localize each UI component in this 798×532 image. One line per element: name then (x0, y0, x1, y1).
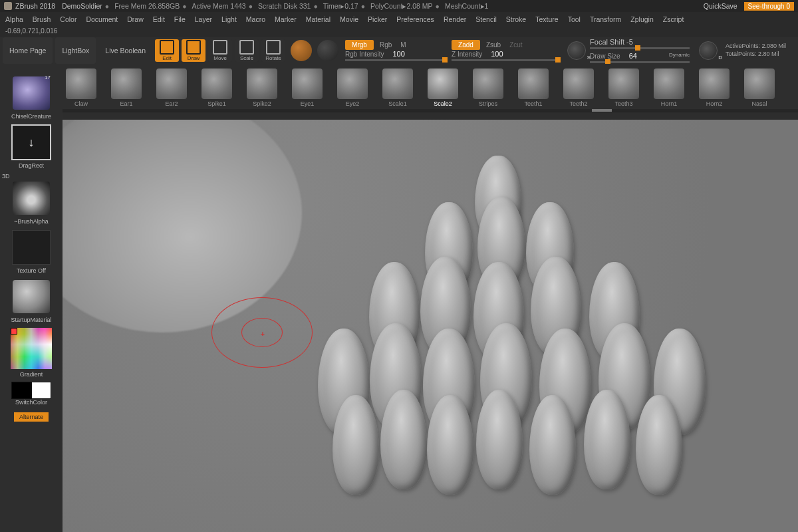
menu-movie[interactable]: Movie (340, 15, 358, 23)
brush-item-label: Spike2 (243, 100, 281, 107)
menu-layer[interactable]: Layer (195, 15, 212, 23)
menu-zplugin[interactable]: Zplugin (630, 15, 653, 23)
move-mode-button[interactable]: Move (208, 39, 232, 62)
scale-bump (636, 395, 682, 495)
brush-item-horn2[interactable]: Horn2 (696, 68, 733, 107)
gradient-label[interactable]: Gradient (0, 371, 63, 378)
brush-item-nasal[interactable]: Nasal (741, 68, 778, 107)
brush-item-spike2[interactable]: Spike2 (243, 68, 281, 107)
brush-scrollbar[interactable] (63, 109, 798, 112)
brush-item-label: Horn2 (696, 100, 733, 107)
menu-document[interactable]: Document (86, 15, 118, 23)
brush-thumb-icon (563, 68, 594, 99)
live-boolean-button[interactable]: Live Boolean (98, 37, 152, 64)
alpha-preview-icon[interactable] (317, 40, 338, 61)
mrgb-button[interactable]: Mrgb (345, 40, 374, 50)
scale-icon (239, 40, 254, 55)
menu-draw[interactable]: Draw (127, 15, 144, 23)
swatch-primary[interactable] (31, 382, 51, 399)
rgb-button[interactable]: Rgb (380, 41, 392, 49)
focal-shift-slider[interactable] (590, 47, 690, 49)
stroke-slot[interactable]: ↓ (11, 124, 52, 161)
brush-thumb-icon (201, 68, 232, 99)
rgb-intensity-value: 100 (392, 50, 404, 58)
draw-mode-button[interactable]: Draw (182, 39, 205, 62)
menu-light[interactable]: Light (221, 15, 237, 23)
dynamic-toggle[interactable]: Dynamic (669, 52, 690, 58)
scale-mode-button[interactable]: Scale (235, 39, 259, 62)
menu-transform[interactable]: Transform (590, 15, 621, 23)
app-name: ZBrush 2018 (15, 2, 55, 10)
brush-item-label: Horn1 (650, 100, 688, 107)
menu-brush[interactable]: Brush (33, 15, 51, 23)
s-dial[interactable]: S (567, 41, 586, 60)
edit-mode-button[interactable]: Edit (155, 39, 179, 62)
brush-item-ear2[interactable]: Ear2 (153, 68, 190, 107)
brush-item-scale2[interactable]: Scale2 (424, 68, 462, 107)
switchcolor-button[interactable]: SwitchColor (0, 399, 63, 406)
edit-label: Edit (162, 55, 172, 61)
alpha-slot-label: ~BrushAlpha (0, 218, 63, 225)
home-page-button[interactable]: Home Page (3, 37, 53, 64)
d-dial[interactable]: D (699, 41, 718, 60)
top-toolbar: Home Page LightBox Live Boolean Edit Dra… (0, 37, 798, 64)
menu-file[interactable]: File (174, 15, 186, 23)
swatch-secondary[interactable] (11, 382, 31, 399)
texture-slot[interactable] (11, 229, 52, 266)
alpha-slot[interactable] (11, 180, 52, 217)
brush-item-ear1[interactable]: Ear1 (108, 68, 145, 107)
alternate-button[interactable]: Alternate (14, 412, 49, 422)
menu-zscript[interactable]: Zscript (663, 15, 684, 23)
coord-readout: -0.69,0.721,0.016 (0, 27, 798, 37)
menu-alpha[interactable]: Alpha (5, 15, 23, 23)
brush-item-stripes[interactable]: Stripes (469, 68, 507, 107)
edit-icon (160, 40, 174, 55)
brush-item-label: Scale1 (379, 100, 416, 107)
lightbox-button[interactable]: LightBox (55, 37, 96, 64)
color-picker[interactable] (11, 327, 52, 370)
menu-stencil[interactable]: Stencil (475, 15, 497, 23)
rgb-intensity-slider[interactable] (345, 59, 445, 61)
zsub-button[interactable]: Zsub (486, 41, 501, 49)
material-slot[interactable] (11, 278, 52, 315)
brush-item-label: Teeth2 (560, 100, 597, 107)
draw-size-slider[interactable] (590, 61, 690, 63)
move-label: Move (213, 55, 227, 61)
scale-bump (476, 390, 523, 489)
menu-picker[interactable]: Picker (368, 15, 387, 23)
scale-bump (380, 390, 427, 489)
brush-item-horn1[interactable]: Horn1 (650, 68, 688, 107)
brush-item-teeth3[interactable]: Teeth3 (605, 68, 642, 107)
menu-material[interactable]: Material (306, 15, 331, 23)
menu-stroke[interactable]: Stroke (506, 15, 526, 23)
brush-item-spike1[interactable]: Spike1 (198, 68, 235, 107)
menu-edit[interactable]: Edit (153, 15, 165, 23)
brush-item-eye2[interactable]: Eye2 (334, 68, 371, 107)
zadd-button[interactable]: Zadd (452, 40, 480, 50)
see-through-slider[interactable]: See-through 0 (744, 2, 794, 11)
viewport[interactable]: + (63, 120, 798, 532)
menu-macro[interactable]: Macro (246, 15, 265, 23)
quicksave-button[interactable]: QuickSave (704, 2, 737, 10)
menu-preferences[interactable]: Preferences (396, 15, 434, 23)
brush-item-eye1[interactable]: Eye1 (289, 68, 326, 107)
brush-item-teeth2[interactable]: Teeth2 (560, 68, 597, 107)
brush-item-label: Stripes (469, 100, 507, 107)
brush-slot[interactable]: 17 (11, 74, 52, 112)
menu-marker[interactable]: Marker (275, 15, 297, 23)
m-button[interactable]: M (400, 41, 406, 49)
menu-texture[interactable]: Texture (535, 15, 558, 23)
brush-item-scale1[interactable]: Scale1 (379, 68, 416, 107)
brush-item-claw[interactable]: Claw (63, 68, 100, 107)
z-intensity-slider[interactable] (452, 59, 558, 61)
zcut-button[interactable]: Zcut (509, 41, 522, 49)
menu-color[interactable]: Color (60, 15, 76, 23)
menu-render[interactable]: Render (444, 15, 466, 23)
menu-tool[interactable]: Tool (568, 15, 581, 23)
brush-scrollbar-thumb[interactable] (592, 109, 612, 112)
brush-preview-icon[interactable] (291, 40, 312, 61)
brush-item-label: Nasal (741, 100, 778, 107)
draw-size-value: 64 (629, 52, 637, 60)
brush-item-teeth1[interactable]: Teeth1 (515, 68, 552, 107)
rotate-mode-button[interactable]: Rotate (261, 39, 285, 62)
